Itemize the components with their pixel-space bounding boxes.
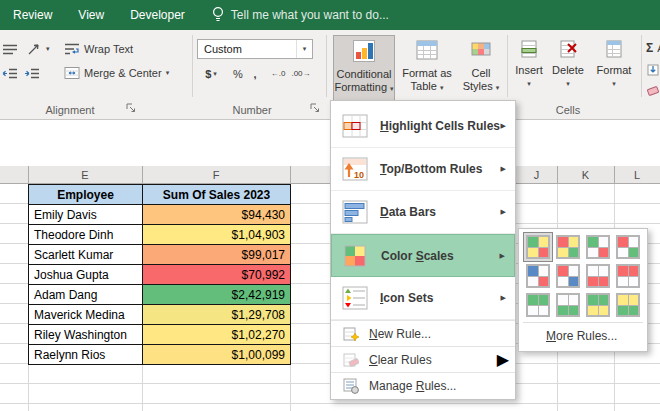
format-as-table-label-2: Table ▾ [411,80,444,94]
tell-me-box[interactable]: Tell me what you want to do... [212,6,389,25]
dropdown-arrow-icon: ▾ [166,69,170,77]
sales-cell[interactable]: $94,430 [143,205,291,225]
format-as-table-icon [415,38,439,65]
lightbulb-icon [212,6,224,25]
tab-view[interactable]: View [65,0,117,30]
decrease-decimal-button[interactable]: .00→ [290,64,312,83]
manage-rules-icon [343,378,359,394]
more-rules-item[interactable]: More Rules... [519,326,647,346]
color-scale-swatch-green-white[interactable] [526,293,550,317]
merge-center-button[interactable]: Merge & Center ▾ [64,63,169,83]
employee-cell[interactable]: Joshua Gupta [29,265,143,285]
sales-cell[interactable]: $1,04,903 [143,225,291,245]
table-row: Scarlett Kumar $99,017 [29,245,291,265]
table-header-employee[interactable]: Employee [29,185,143,205]
fill-icon [647,64,659,76]
orientation-button[interactable]: ▾ [27,39,50,59]
tab-developer[interactable]: Developer [117,0,198,30]
color-scale-swatch-red-yellow-green[interactable] [556,235,580,259]
menu-item-top-bottom-rules[interactable]: 10 Top/Bottom Rules ▶ [331,148,515,191]
submenu-arrow-icon: ▶ [501,208,509,216]
column-header-f[interactable]: F [142,166,290,184]
menu-item-new-rule[interactable]: New Rule... [331,320,515,346]
employee-cell[interactable]: Emily Davis [29,205,143,225]
submenu-arrow-icon: ▶ [500,252,508,260]
decrease-indent-button[interactable] [2,63,18,83]
accounting-format-button[interactable]: $ ▾ [197,64,225,83]
table-header-sales[interactable]: Sum Of Sales 2023 [143,185,291,205]
color-scales-submenu: More Rules... [518,228,648,352]
sales-cell[interactable]: $1,29,708 [143,305,291,325]
color-scale-swatch-green-yellow[interactable] [586,293,610,317]
menu-item-data-bars[interactable]: Data Bars ▶ [331,191,515,234]
delete-cells-icon [558,39,578,62]
autosum-button[interactable]: Σ AutoSum [646,38,660,58]
conditional-formatting-label-2: Formatting ▾ [334,81,393,95]
employee-cell[interactable]: Raelynn Rios [29,345,143,365]
color-scale-swatch-green-white-red[interactable] [586,235,610,259]
format-cells-icon [604,39,624,62]
number-dialog-launcher[interactable] [310,103,320,115]
sales-cell[interactable]: $1,02,270 [143,325,291,345]
color-scale-swatch-white-green[interactable] [556,293,580,317]
wrap-text-button[interactable]: Wrap Text [64,39,133,59]
sales-cell[interactable]: $99,017 [143,245,291,265]
color-scale-swatch-red-white-blue[interactable] [556,264,580,288]
menu-item-highlight-cells-rules[interactable]: Highlight Cells Rules ▶ [331,105,515,148]
clear-button[interactable] [647,80,659,100]
top-bottom-rules-icon: 10 [339,155,371,183]
employee-cell[interactable]: Riley Washington [29,325,143,345]
color-scale-swatch-red-white[interactable] [616,264,640,288]
clear-rules-icon [343,352,359,368]
comma-style-button[interactable]: , [249,64,261,83]
column-header-l[interactable]: L [614,166,660,184]
delete-cells-button[interactable]: Delete ▾ [549,35,587,101]
submenu-separator [523,322,643,323]
color-scale-swatch-yellow-green[interactable] [616,293,640,317]
table-row: Maverick Medina $1,29,708 [29,305,291,325]
tab-review[interactable]: Review [0,0,65,30]
decrease-indent-icon [2,67,18,80]
increase-decimal-button[interactable]: ←.0 [267,64,289,83]
sales-cell[interactable]: $1,00,099 [143,345,291,365]
color-scale-swatch-red-white-green[interactable] [616,235,640,259]
employee-cell[interactable]: Scarlett Kumar [29,245,143,265]
conditional-formatting-label-1: Conditional [336,68,391,81]
eraser-icon [647,84,659,96]
menu-item-color-scales[interactable]: Color Scales ▶ [331,234,515,277]
table-row: Adam Dang $2,42,919 [29,285,291,305]
employee-cell[interactable]: Theodore Dinh [29,225,143,245]
employee-cell[interactable]: Adam Dang [29,285,143,305]
cell-styles-button[interactable]: Cell Styles ▾ [458,35,504,101]
color-scales-icon [340,242,372,270]
number-format-combobox[interactable]: Custom ▾ [197,39,313,59]
sales-cell[interactable]: $2,42,919 [143,285,291,305]
sales-cell[interactable]: $70,992 [143,265,291,285]
increase-indent-button[interactable] [24,63,40,83]
menu-item-icon-sets[interactable]: Icon Sets ▶ [331,277,515,320]
tell-me-placeholder: Tell me what you want to do... [231,8,389,22]
fill-button[interactable] [647,60,659,80]
insert-cells-button[interactable]: Insert ▾ [511,35,547,101]
icon-sets-icon [339,284,371,312]
menu-item-clear-rules[interactable]: Clear Rules ▶ [331,346,515,372]
conditional-formatting-menu: Highlight Cells Rules ▶ 10 Top/Bottom Ru… [330,100,516,400]
employee-cell[interactable]: Maverick Medina [29,305,143,325]
format-cells-button[interactable]: Format ▾ [591,35,637,101]
delete-label: Delete [552,64,584,77]
column-header-k[interactable]: K [557,166,614,184]
color-scale-swatch-green-yellow-red[interactable] [526,235,550,259]
bottom-align-button[interactable] [2,39,18,59]
color-scale-swatch-white-red[interactable] [586,264,610,288]
table-row: Joshua Gupta $70,992 [29,265,291,285]
percent-style-button[interactable]: % [230,64,246,83]
color-scale-swatch-blue-white-red[interactable] [526,264,550,288]
alignment-dialog-launcher[interactable] [126,103,136,115]
column-header-j[interactable]: J [516,166,557,184]
column-header-e[interactable]: E [28,166,142,184]
format-as-table-button[interactable]: Format as Table ▾ [398,35,456,101]
menu-item-label: Icon Sets [380,291,501,305]
combobox-dropdown-button[interactable]: ▾ [296,40,312,58]
menu-item-manage-rules[interactable]: Manage Rules... [331,372,515,398]
conditional-formatting-button[interactable]: Conditional Formatting ▾ [333,35,395,101]
